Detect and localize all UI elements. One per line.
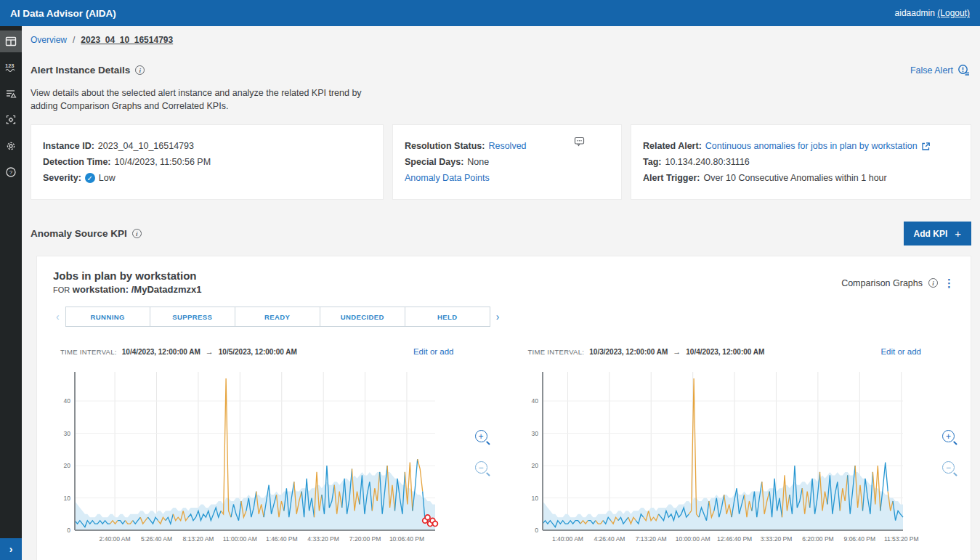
- username: aidaadmin: [895, 8, 935, 18]
- tabs-chevron-left[interactable]: ‹: [53, 311, 62, 322]
- svg-text:?: ?: [9, 169, 13, 176]
- add-kpi-button[interactable]: Add KPI +: [904, 222, 971, 245]
- svg-text:10:00:00 AM: 10:00:00 AM: [675, 535, 710, 543]
- external-link-icon[interactable]: [921, 142, 931, 151]
- resolution-status-link[interactable]: Resolved: [488, 141, 526, 151]
- help-icon[interactable]: ?: [0, 161, 22, 183]
- alert-details-title: Alert Instance Details i: [31, 65, 145, 76]
- breadcrumb-current[interactable]: 2023_04_10_16514793: [81, 35, 173, 45]
- svg-text:4:33:20 PM: 4:33:20 PM: [307, 535, 339, 543]
- detail-cards: Instance ID: 2023_04_10_16514793 Detecti…: [22, 113, 980, 200]
- instance-card: Instance ID: 2023_04_10_16514793 Detecti…: [31, 124, 384, 200]
- breadcrumb-separator: /: [73, 35, 75, 45]
- svg-text:0: 0: [67, 527, 70, 534]
- edit-or-add-link[interactable]: Edit or add: [880, 347, 955, 356]
- svg-text:10: 10: [531, 495, 538, 502]
- svg-text:20: 20: [531, 462, 538, 469]
- tab-undecided[interactable]: UNDECIDED: [320, 307, 405, 327]
- svg-text:4:26:40 AM: 4:26:40 AM: [594, 535, 625, 543]
- zoom-in-icon[interactable]: +: [475, 430, 487, 442]
- svg-text:3:33:20 PM: 3:33:20 PM: [760, 535, 791, 543]
- settings-gear-icon[interactable]: [0, 135, 22, 157]
- logout-link[interactable]: (Logout): [937, 8, 970, 18]
- tab-running[interactable]: RUNNING: [65, 307, 150, 327]
- time-interval-label: TIME INTERVAL:: [60, 348, 117, 356]
- time-start: 10/4/2023, 12:00:00 AM: [122, 348, 201, 356]
- resolution-card: Resolution Status: Resolved Special Days…: [392, 124, 622, 200]
- status-tabs: ‹ RUNNINGSUPPRESSREADYUNDECIDEDHELD ›: [53, 307, 955, 327]
- plus-icon: +: [955, 227, 961, 240]
- svg-text:40: 40: [64, 397, 71, 405]
- time-end: 10/5/2023, 12:00:00 AM: [219, 348, 297, 356]
- alert-details-header: Alert Instance Details i False Alert: [22, 45, 980, 76]
- special-days-value: None: [467, 157, 489, 167]
- zoom-out-icon[interactable]: −: [475, 461, 487, 474]
- svg-text:20: 20: [64, 462, 71, 469]
- comment-icon[interactable]: [574, 137, 585, 147]
- kpi-card: Jobs in plan by workstation FOR workstat…: [36, 256, 971, 560]
- svg-text:10: 10: [64, 495, 71, 502]
- svg-text:40: 40: [531, 397, 538, 405]
- svg-text:30: 30: [531, 430, 538, 437]
- tab-suppress[interactable]: SUPPRESS: [150, 307, 235, 327]
- time-end: 10/4/2023, 12:00:00 AM: [686, 348, 764, 356]
- main-content: Overview / 2023_04_10_16514793 Alert Ins…: [22, 26, 980, 560]
- breadcrumb-overview-link[interactable]: Overview: [31, 35, 67, 45]
- tag-value: 10.134.240.80:31116: [665, 157, 749, 167]
- kpi-trend-chart[interactable]: 0102030401:40:00 AM4:26:40 AM7:13:20 AM1…: [521, 366, 955, 552]
- alerts-list-icon[interactable]: [0, 83, 22, 105]
- severity-check-icon: ✓: [85, 173, 95, 183]
- resolver-gear-icon[interactable]: [0, 109, 22, 131]
- related-alert-link[interactable]: Continuous anomalies for jobs in plan by…: [705, 141, 918, 151]
- detection-time-value: 10/4/2023, 11:50:56 PM: [115, 157, 211, 167]
- kpi-for-line: FOR workstation: /MyDatadzmzx1: [53, 284, 202, 295]
- anomaly-source-title: Anomaly Source KPI i: [31, 228, 142, 239]
- user-menu: aidaadmin (Logout): [895, 8, 970, 18]
- anomaly-source-header: Anomaly Source KPI i Add KPI +: [22, 200, 980, 245]
- info-icon[interactable]: i: [132, 229, 142, 238]
- svg-text:7:20:00 PM: 7:20:00 PM: [349, 535, 381, 543]
- anomaly-data-points-link[interactable]: Anomaly Data Points: [405, 173, 490, 183]
- tab-ready[interactable]: READY: [235, 307, 320, 327]
- svg-text:5:26:40 AM: 5:26:40 AM: [141, 535, 172, 543]
- arrow-right-icon: →: [673, 347, 681, 356]
- tabs-chevron-right[interactable]: ›: [493, 311, 503, 322]
- svg-text:7:13:20 AM: 7:13:20 AM: [635, 535, 666, 543]
- chart-panel-right: TIME INTERVAL: 10/3/2023, 12:00:00 AM → …: [521, 347, 955, 560]
- related-alert-card: Related Alert: Continuous anomalies for …: [631, 124, 971, 200]
- svg-text:1:46:40 PM: 1:46:40 PM: [266, 535, 297, 543]
- time-interval-label: TIME INTERVAL:: [528, 348, 585, 356]
- svg-text:1:40:00 AM: 1:40:00 AM: [551, 535, 583, 543]
- instance-id-value: 2023_04_10_16514793: [98, 141, 194, 151]
- svg-text:0: 0: [535, 527, 538, 534]
- edit-or-add-link[interactable]: Edit or add: [413, 347, 487, 356]
- alert-trigger-value: Over 10 Consecutive Anomalies within 1 h…: [704, 173, 887, 183]
- arrow-right-icon: →: [206, 347, 214, 356]
- tab-held[interactable]: HELD: [405, 307, 490, 327]
- info-icon[interactable]: i: [135, 65, 145, 75]
- kpi-for-value: workstation: /MyDatadzmzx1: [73, 284, 202, 295]
- chart-legend: Observed Estimated Data Range Anomaly: [53, 552, 487, 560]
- alert-details-description: View details about the selected alert in…: [22, 76, 400, 113]
- false-alert-button[interactable]: False Alert: [910, 64, 970, 76]
- kpi-numbers-icon[interactable]: 123: [0, 57, 22, 78]
- false-alert-icon: [957, 64, 970, 76]
- svg-text:11:53:20 PM: 11:53:20 PM: [883, 535, 918, 543]
- time-start: 10/3/2023, 12:00:00 AM: [589, 348, 668, 356]
- kebab-menu-icon[interactable]: ⋮: [944, 277, 955, 288]
- breadcrumb: Overview / 2023_04_10_16514793: [22, 26, 980, 45]
- sidebar-expand-button[interactable]: ›: [0, 538, 22, 560]
- svg-text:10:06:40 PM: 10:06:40 PM: [389, 535, 424, 543]
- kpi-trend-chart[interactable]: 0102030402:40:00 AM5:26:40 AM8:13:20 AM1…: [53, 366, 487, 552]
- zoom-out-icon[interactable]: −: [942, 461, 955, 474]
- svg-text:2:40:00 AM: 2:40:00 AM: [100, 535, 131, 543]
- info-icon[interactable]: i: [928, 278, 938, 288]
- svg-text:30: 30: [64, 430, 71, 437]
- zoom-in-icon[interactable]: +: [942, 430, 955, 442]
- svg-text:12:46:40 PM: 12:46:40 PM: [716, 535, 751, 543]
- app-title: AI Data Advisor (AIDA): [10, 8, 116, 19]
- chevron-right-icon: ›: [9, 543, 13, 555]
- severity-value: Low: [99, 173, 116, 183]
- svg-text:11:00:00 AM: 11:00:00 AM: [223, 535, 257, 543]
- dashboard-icon[interactable]: [0, 31, 22, 52]
